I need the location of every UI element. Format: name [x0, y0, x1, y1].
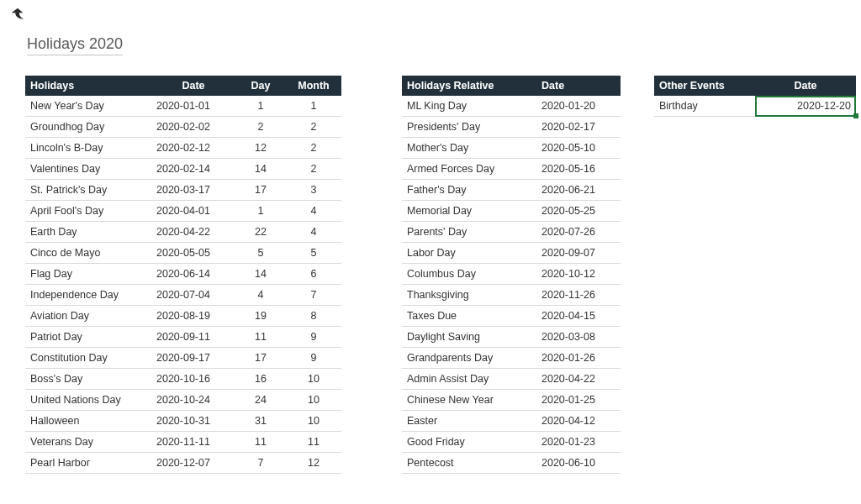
- cell[interactable]: 6: [286, 264, 341, 285]
- table-row[interactable]: St. Patrick's Day2020-03-17173: [25, 180, 341, 201]
- table-row[interactable]: Admin Assist Day2020-04-22: [402, 369, 621, 390]
- table-row[interactable]: April Fool's Day2020-04-0114: [25, 201, 341, 222]
- cell[interactable]: Patriot Day: [25, 327, 151, 348]
- cell[interactable]: Halloween: [25, 411, 151, 432]
- cell[interactable]: 2020-01-20: [536, 96, 621, 117]
- cell[interactable]: 2020-09-07: [536, 243, 621, 264]
- cell[interactable]: Mother's Day: [402, 138, 536, 159]
- cell[interactable]: Independence Day: [25, 285, 151, 306]
- cell[interactable]: Birthday: [654, 96, 755, 117]
- cell[interactable]: Cinco de Mayo: [25, 243, 151, 264]
- table-row[interactable]: Presidents' Day2020-02-17: [402, 117, 621, 138]
- cell[interactable]: 2020-10-16: [151, 369, 235, 390]
- cell[interactable]: 11: [235, 432, 286, 453]
- cell[interactable]: 3: [286, 180, 341, 201]
- cell[interactable]: 2020-06-14: [151, 264, 235, 285]
- table-row[interactable]: Flag Day2020-06-14146: [25, 264, 341, 285]
- table-row[interactable]: Lincoln's B-Day2020-02-12122: [25, 138, 341, 159]
- cell[interactable]: 14: [235, 264, 286, 285]
- table-row[interactable]: Labor Day2020-09-07: [402, 243, 621, 264]
- cell[interactable]: 2: [286, 138, 341, 159]
- cell[interactable]: 19: [235, 306, 286, 327]
- cell[interactable]: 10: [286, 390, 341, 411]
- cell[interactable]: 2020-02-17: [536, 117, 621, 138]
- cell[interactable]: Chinese New Year: [402, 390, 536, 411]
- cell[interactable]: Veterans Day: [25, 432, 151, 453]
- table-row[interactable]: Father's Day2020-06-21: [402, 180, 621, 201]
- cell[interactable]: Groundhog Day: [25, 117, 151, 138]
- cell[interactable]: Earth Day: [25, 222, 151, 243]
- table-row[interactable]: Birthday2020-12-20: [654, 96, 856, 117]
- cell[interactable]: Aviation Day: [25, 306, 151, 327]
- table-row[interactable]: United Nations Day2020-10-242410: [25, 390, 341, 411]
- cell[interactable]: 2020-01-25: [536, 390, 621, 411]
- cell[interactable]: 5: [286, 243, 341, 264]
- cell[interactable]: 1: [235, 96, 286, 117]
- cell[interactable]: 7: [286, 285, 341, 306]
- cell[interactable]: 2020-07-26: [536, 222, 621, 243]
- back-arrow-icon[interactable]: [8, 5, 27, 26]
- table-row[interactable]: Good Friday2020-01-23: [402, 432, 621, 453]
- cell[interactable]: ML King Day: [402, 96, 536, 117]
- table-row[interactable]: Independence Day2020-07-0447: [25, 285, 341, 306]
- cell[interactable]: Taxes Due: [402, 306, 536, 327]
- cell[interactable]: 4: [286, 201, 341, 222]
- cell[interactable]: 11: [235, 327, 286, 348]
- selected-cell[interactable]: 2020-12-20: [755, 96, 856, 117]
- cell[interactable]: 17: [235, 348, 286, 369]
- cell[interactable]: 16: [235, 369, 286, 390]
- cell[interactable]: 2020-11-26: [536, 285, 621, 306]
- cell[interactable]: 2020-02-02: [151, 117, 235, 138]
- cell[interactable]: Flag Day: [25, 264, 151, 285]
- cell[interactable]: 2020-04-01: [151, 201, 235, 222]
- table-row[interactable]: Memorial Day2020-05-25: [402, 201, 621, 222]
- cell[interactable]: Pearl Harbor: [25, 453, 151, 474]
- cell[interactable]: 2020-08-19: [151, 306, 235, 327]
- cell[interactable]: 2: [235, 117, 286, 138]
- cell[interactable]: 22: [235, 222, 286, 243]
- table-row[interactable]: Veterans Day2020-11-111111: [25, 432, 341, 453]
- cell[interactable]: Father's Day: [402, 180, 536, 201]
- cell[interactable]: 2020-10-24: [151, 390, 235, 411]
- cell[interactable]: 2: [286, 159, 341, 180]
- cell[interactable]: 2020-06-10: [536, 453, 621, 474]
- table-row[interactable]: Aviation Day2020-08-19198: [25, 306, 341, 327]
- cell[interactable]: 9: [286, 348, 341, 369]
- cell[interactable]: 2020-12-07: [151, 453, 235, 474]
- table-row[interactable]: Grandparents Day2020-01-26: [402, 348, 621, 369]
- cell[interactable]: 14: [235, 159, 286, 180]
- cell[interactable]: 11: [286, 432, 341, 453]
- table-row[interactable]: Pentecost2020-06-10: [402, 453, 621, 474]
- cell[interactable]: Armed Forces Day: [402, 159, 536, 180]
- table-row[interactable]: Groundhog Day2020-02-0222: [25, 117, 341, 138]
- cell[interactable]: Presidents' Day: [402, 117, 536, 138]
- cell[interactable]: 2020-04-22: [536, 369, 621, 390]
- cell[interactable]: Valentines Day: [25, 159, 151, 180]
- cell[interactable]: Parents' Day: [402, 222, 536, 243]
- cell[interactable]: 1: [235, 201, 286, 222]
- cell[interactable]: 2020-09-17: [151, 348, 235, 369]
- cell[interactable]: 2020-04-12: [536, 411, 621, 432]
- table-row[interactable]: Earth Day2020-04-22224: [25, 222, 341, 243]
- cell[interactable]: Grandparents Day: [402, 348, 536, 369]
- cell[interactable]: Memorial Day: [402, 201, 536, 222]
- table-row[interactable]: Easter2020-04-12: [402, 411, 621, 432]
- cell[interactable]: Columbus Day: [402, 264, 536, 285]
- cell[interactable]: April Fool's Day: [25, 201, 151, 222]
- table-row[interactable]: ML King Day2020-01-20: [402, 96, 621, 117]
- cell[interactable]: 2020-10-12: [536, 264, 621, 285]
- table-row[interactable]: Halloween2020-10-313110: [25, 411, 341, 432]
- cell[interactable]: Constitution Day: [25, 348, 151, 369]
- table-row[interactable]: Thanksgiving2020-11-26: [402, 285, 621, 306]
- table-row[interactable]: Mother's Day2020-05-10: [402, 138, 621, 159]
- cell[interactable]: 7: [235, 453, 286, 474]
- cell[interactable]: 2020-11-11: [151, 432, 235, 453]
- cell[interactable]: 4: [235, 285, 286, 306]
- table-row[interactable]: Columbus Day2020-10-12: [402, 264, 621, 285]
- cell[interactable]: 31: [235, 411, 286, 432]
- cell[interactable]: Lincoln's B-Day: [25, 138, 151, 159]
- table-row[interactable]: Pearl Harbor2020-12-07712: [25, 453, 341, 474]
- cell[interactable]: 24: [235, 390, 286, 411]
- table-row[interactable]: Parents' Day2020-07-26: [402, 222, 621, 243]
- table-row[interactable]: Taxes Due2020-04-15: [402, 306, 621, 327]
